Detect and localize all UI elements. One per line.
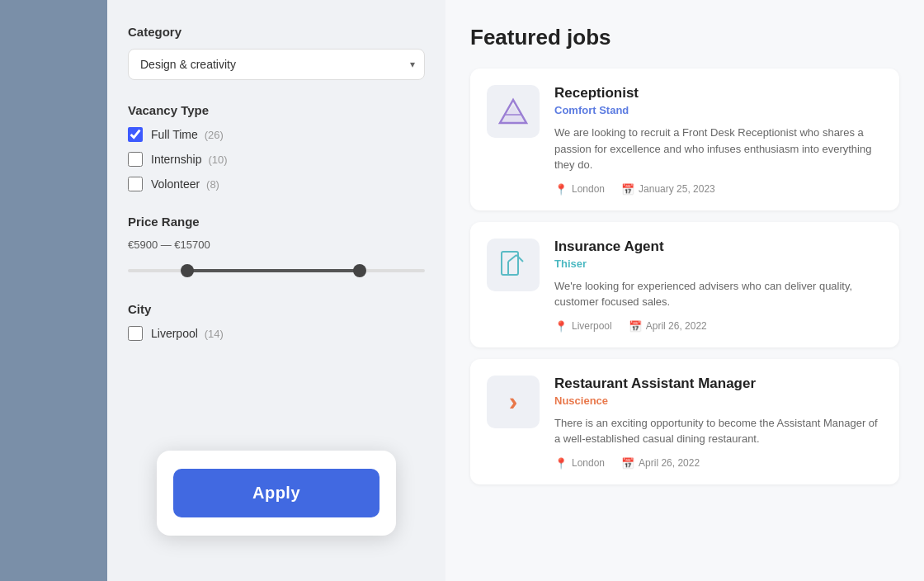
volunteer-checkbox[interactable] — [128, 177, 143, 191]
job-logo-receptionist — [487, 85, 540, 138]
internship-label[interactable]: Internship (10) — [151, 153, 228, 166]
job-date-text-receptionist: January 25, 2023 — [639, 183, 715, 195]
job-date-text-insurance: April 26, 2022 — [646, 320, 707, 332]
job-info-restaurant: Restaurant Assistant Manager Nuscience T… — [554, 376, 883, 470]
internship-count: (10) — [208, 154, 227, 166]
internship-checkbox[interactable] — [128, 152, 143, 167]
job-title-insurance: Insurance Agent — [554, 239, 883, 255]
job-location-text-insurance: Liverpool — [572, 320, 612, 332]
vacancy-type-section: Vacancy Type Full Time (26) Internship (… — [128, 103, 425, 191]
slider-fill — [187, 269, 365, 272]
volunteer-count: (8) — [206, 178, 219, 191]
apply-button[interactable]: Apply — [173, 469, 380, 517]
job-location-text-receptionist: London — [572, 183, 605, 195]
full-time-checkbox[interactable] — [128, 127, 143, 142]
location-icon: 📍 — [554, 183, 568, 196]
full-time-count: (26) — [205, 129, 224, 141]
vacancy-full-time: Full Time (26) — [128, 127, 425, 142]
job-location-restaurant: 📍 London — [554, 457, 605, 470]
job-location-receptionist: 📍 London — [554, 183, 605, 196]
job-company-receptionist: Comfort Stand — [554, 104, 883, 116]
city-label: City — [128, 302, 425, 316]
restaurant-arrow-icon: › — [509, 386, 518, 417]
job-meta-receptionist: 📍 London 📅 January 25, 2023 — [554, 183, 883, 196]
price-range-value: €5900 — €15700 — [128, 239, 425, 251]
job-card-receptionist: Receptionist Comfort Stand We are lookin… — [470, 68, 899, 210]
liverpool-checkbox[interactable] — [128, 326, 143, 341]
location-icon-insurance: 📍 — [554, 320, 568, 333]
job-meta-insurance: 📍 Liverpool 📅 April 26, 2022 — [554, 320, 883, 333]
category-select-wrapper: Design & creativity ▾ — [128, 49, 425, 80]
svg-marker-1 — [500, 105, 526, 123]
sidebar — [0, 0, 107, 581]
job-card-restaurant: › Restaurant Assistant Manager Nuscience… — [470, 359, 899, 484]
calendar-icon: 📅 — [621, 183, 634, 196]
job-desc-receptionist: We are looking to recruit a Front Desk R… — [554, 125, 883, 173]
job-title-restaurant: Restaurant Assistant Manager — [554, 376, 883, 392]
job-date-restaurant: 📅 April 26, 2022 — [621, 457, 700, 470]
price-range-section: Price Range €5900 — €15700 — [128, 215, 425, 279]
job-info-insurance: Insurance Agent Thiser We're looking for… — [554, 239, 883, 333]
job-logo-insurance — [487, 239, 540, 291]
slider-thumb-right[interactable] — [353, 264, 366, 277]
job-meta-restaurant: 📍 London 📅 April 26, 2022 — [554, 457, 883, 470]
slider-thumb-left[interactable] — [181, 264, 194, 277]
liverpool-label[interactable]: Liverpool (14) — [151, 327, 224, 340]
job-info-receptionist: Receptionist Comfort Stand We are lookin… — [554, 85, 883, 196]
job-company-restaurant: Nuscience — [554, 394, 883, 407]
job-desc-restaurant: There is an exciting opportunity to beco… — [554, 415, 883, 447]
job-title-receptionist: Receptionist — [554, 85, 883, 102]
location-icon-restaurant: 📍 — [554, 457, 568, 470]
calendar-icon-restaurant: 📅 — [621, 457, 634, 470]
apply-overlay: Apply — [157, 451, 396, 536]
job-date-receptionist: 📅 January 25, 2023 — [621, 183, 715, 196]
vacancy-volunteer: Volonteer (8) — [128, 177, 425, 191]
job-date-text-restaurant: April 26, 2022 — [639, 457, 700, 469]
job-company-insurance: Thiser — [554, 257, 883, 270]
liverpool-count: (14) — [205, 328, 224, 340]
featured-jobs-title: Featured jobs — [470, 25, 899, 50]
price-slider[interactable] — [128, 262, 425, 279]
job-date-insurance: 📅 April 26, 2022 — [629, 320, 707, 333]
city-section: City Liverpool (14) — [128, 302, 425, 341]
vacancy-internship: Internship (10) — [128, 152, 425, 167]
vacancy-type-label: Vacancy Type — [128, 103, 425, 117]
full-time-label[interactable]: Full Time (26) — [151, 128, 224, 141]
volunteer-label[interactable]: Volonteer (8) — [151, 177, 219, 191]
category-label: Category — [128, 25, 425, 39]
filter-panel: Category Design & creativity ▾ Vacancy T… — [107, 0, 446, 581]
jobs-panel: Featured jobs Receptionist Comfort Stand… — [446, 0, 924, 581]
price-range-label: Price Range — [128, 215, 425, 229]
city-liverpool: Liverpool (14) — [128, 326, 425, 341]
job-location-text-restaurant: London — [572, 457, 605, 469]
job-desc-insurance: We're looking for experienced advisers w… — [554, 278, 883, 310]
job-card-insurance: Insurance Agent Thiser We're looking for… — [470, 222, 899, 347]
calendar-icon-insurance: 📅 — [629, 320, 642, 333]
category-select[interactable]: Design & creativity — [128, 49, 425, 80]
job-logo-restaurant: › — [487, 376, 540, 428]
job-location-insurance: 📍 Liverpool — [554, 320, 612, 333]
